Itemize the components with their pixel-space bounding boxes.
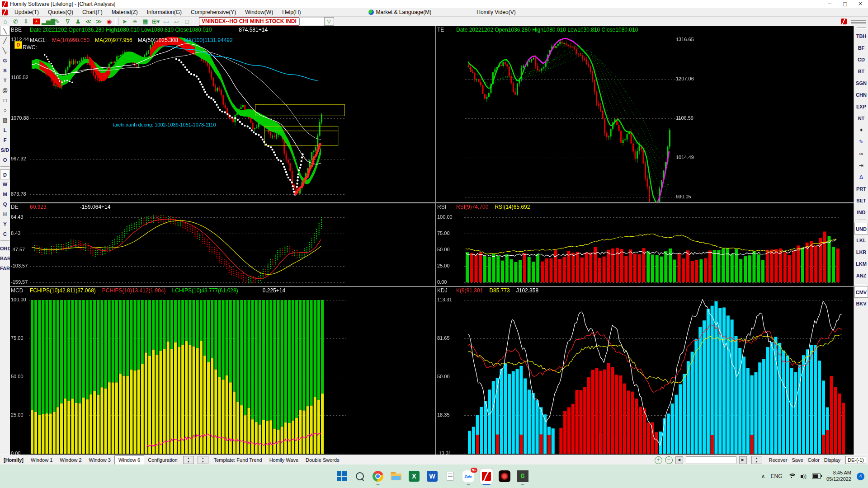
sidebar-item-chn[interactable]: CHN [854, 89, 868, 101]
rsi-chart-canvas[interactable] [436, 203, 854, 286]
pencil-icon[interactable]: ✎ [854, 136, 868, 148]
spinner-control[interactable]: ▲▼ [751, 456, 762, 464]
filter-icon[interactable]: ∇ [62, 17, 73, 26]
sidebar-item-ord[interactable]: ORD [0, 244, 10, 253]
de-chart-canvas[interactable] [10, 203, 435, 286]
window-tab-window-2[interactable]: Window 2 [56, 455, 85, 465]
display-button[interactable]: Display [822, 457, 843, 463]
sidebar-item-cmv[interactable]: CMV [854, 286, 868, 298]
sidebar-item-g[interactable]: G [0, 56, 10, 66]
close-button[interactable]: ✕ [853, 0, 868, 8]
document-app[interactable] [444, 470, 457, 483]
pattern-tool[interactable]: ▨ [0, 115, 10, 125]
sidebar-item-ind[interactable]: IND [854, 206, 868, 218]
sidebar-item-lkr[interactable]: LKR [854, 246, 868, 258]
sidebar-item-anz[interactable]: ANZ [854, 270, 868, 282]
pixel-app[interactable]: G [516, 470, 529, 483]
homily-app[interactable] [480, 470, 493, 483]
scroll-right-button[interactable]: ▶ [739, 456, 747, 464]
settings-gear-icon[interactable]: ✳ [130, 17, 140, 26]
sidebar-item-und[interactable]: UND [854, 223, 868, 235]
sidebar-item-lkm[interactable]: LKM [854, 258, 868, 270]
sidebar-item-bkv[interactable]: BKV [854, 298, 868, 310]
sidebar-item-c[interactable]: C [0, 229, 10, 239]
window-tab-window-6[interactable]: Window 6 [114, 455, 144, 465]
sidebar-item-sgn[interactable]: SGN [854, 77, 868, 89]
sidebar-item-bar[interactable]: BAR [0, 253, 10, 263]
sidebar-item-far[interactable]: FAR [0, 263, 10, 273]
folder-closed-icon[interactable]: ▭ [161, 17, 171, 26]
language-indicator[interactable]: ENG [771, 473, 783, 479]
vietnam-flag-icon[interactable]: ★ [33, 19, 40, 24]
clock[interactable]: 8:45 AM 05/12/2022 [826, 470, 851, 483]
zalo-app[interactable]: Zalo5+ [462, 470, 475, 483]
sidebar-item-cd[interactable]: CD [854, 54, 868, 66]
mcd-chart-canvas[interactable] [10, 287, 435, 455]
volume-icon[interactable]: )) [801, 474, 807, 479]
cart-icon[interactable]: ⊞▾ [151, 17, 161, 26]
sidebar-item-bt[interactable]: BT [854, 66, 868, 77]
sidebar-item-m[interactable]: M [0, 189, 10, 199]
menu-homily-video[interactable]: Homily Video(V) [472, 8, 520, 16]
te-chart-canvas[interactable] [436, 26, 854, 202]
symbol-box[interactable]: VNINDEX--HO CHI MINH STOCK INDI [199, 17, 299, 26]
start-button[interactable] [335, 470, 348, 483]
kdj-chart-canvas[interactable] [436, 287, 854, 455]
symbol-combo[interactable] [299, 18, 324, 25]
sidebar-item-h[interactable]: H [0, 209, 10, 219]
spiral-tool[interactable]: @ [0, 85, 10, 95]
sidebar-item-set[interactable]: SET [854, 195, 868, 206]
power-icon[interactable]: ◉ [104, 17, 114, 26]
menu-item-help-h-[interactable]: Help(H) [278, 8, 305, 16]
menu-item-quotes-q-[interactable]: Quotes(Q) [43, 8, 78, 16]
menu-item-chart-f-[interactable]: Chart(F) [78, 8, 107, 16]
sidebar-item-l[interactable]: L [0, 125, 10, 135]
sidebar-item-q[interactable]: Q [0, 199, 10, 209]
flow-icon[interactable]: ♟ [73, 17, 83, 26]
window-tab-window-3[interactable]: Window 3 [85, 455, 114, 465]
sidebar-item-nt[interactable]: NT [854, 113, 868, 124]
recover-button[interactable]: Recover [767, 457, 790, 463]
template-double-swords[interactable]: Double Swords [302, 455, 343, 465]
menu-item-window-w-[interactable]: Window(W) [241, 8, 278, 16]
search-button[interactable] [354, 470, 366, 483]
bar-chart-icon[interactable]: ▂▅▇ [42, 17, 52, 26]
home-icon[interactable]: ⌂ [0, 17, 10, 26]
phone-icon[interactable]: ✆ [10, 17, 21, 26]
menu-item-update-t-[interactable]: Update(T) [10, 8, 43, 16]
sidebar-item-f[interactable]: F [0, 135, 10, 145]
line-tool[interactable]: ╱ [0, 36, 10, 46]
goto-bar-icon[interactable]: ⇥ [854, 160, 868, 171]
edit-chart-icon[interactable]: ✎ [52, 17, 62, 26]
folder-open-icon[interactable]: ▱ [171, 17, 182, 26]
battery-icon[interactable]: ϟ [812, 474, 821, 479]
minimize-button[interactable]: ─ [822, 0, 837, 8]
rect-tool[interactable]: □ [0, 95, 10, 105]
horizontal-scrollbar[interactable] [686, 456, 736, 464]
sidebar-item-d[interactable]: D [0, 169, 10, 179]
wifi-icon[interactable] [788, 474, 795, 479]
circle-tool[interactable]: ○ [0, 105, 10, 115]
menu-item-material-z-[interactable]: Material(Z) [107, 8, 142, 16]
file-explorer-app[interactable] [390, 470, 402, 483]
menu-item-information-g-[interactable]: Information(G) [142, 8, 186, 16]
chrome-app[interactable] [372, 470, 384, 483]
zoom-out-icon[interactable]: − [665, 456, 673, 464]
tray-chevron-icon[interactable]: ∧ [761, 473, 765, 479]
notification-badge[interactable]: 4 [857, 473, 864, 480]
color-button[interactable]: Color [806, 457, 822, 463]
sidebar-item-lkl[interactable]: LKL [854, 235, 868, 246]
menu-item-comprehensive-y-[interactable]: Comprehensive(Y) [186, 8, 241, 16]
sidebar-item-s[interactable]: S [0, 66, 10, 75]
window-tab-window-1[interactable]: Window 1 [27, 455, 56, 465]
sidebar-item-exp[interactable]: EXP [854, 101, 868, 113]
binoculars-icon[interactable]: ∞ [854, 148, 868, 160]
media-app[interactable] [498, 470, 511, 483]
download-icon[interactable]: ⇩ [21, 17, 31, 26]
grid-icon[interactable]: ▦ [140, 17, 151, 26]
sidebar-item-prt[interactable]: PRT [854, 183, 868, 195]
sidebar-item-bf[interactable]: BF [854, 42, 868, 54]
trendline-tool[interactable]: ╲ [0, 26, 10, 36]
flask-icon[interactable]: Δ [854, 171, 868, 183]
save-button[interactable]: Save [789, 457, 805, 463]
